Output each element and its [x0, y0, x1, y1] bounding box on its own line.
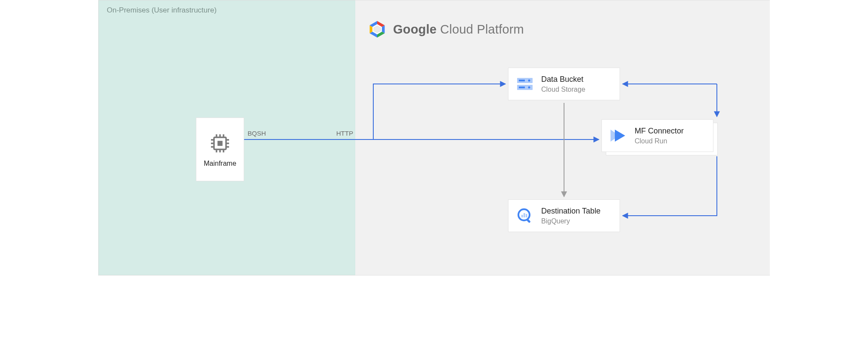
node-mf-connector: MF Connector Cloud Run	[601, 119, 713, 152]
gcp-header-bold: Google	[393, 22, 437, 36]
node-destination-table: Destination Table BigQuery	[508, 199, 620, 232]
svg-rect-3	[217, 141, 223, 146]
svg-point-19	[528, 80, 530, 82]
edge-label-bqsh: BQSH	[248, 130, 266, 137]
node-bucket-title: Data Bucket	[541, 75, 585, 84]
node-bq-sub: BigQuery	[541, 217, 601, 225]
svg-rect-25	[526, 214, 527, 217]
zone-on-premises-label: On-Premises (User infrastructure)	[107, 6, 217, 15]
cloud-run-icon	[608, 125, 629, 146]
node-data-bucket: Data Bucket Cloud Storage	[508, 68, 620, 100]
node-bq-title: Destination Table	[541, 207, 601, 216]
gcp-header: Google Cloud Platform	[367, 19, 524, 39]
gcp-header-rest: Cloud Platform	[437, 22, 524, 36]
bigquery-icon	[515, 205, 535, 226]
node-mainframe: Mainframe	[196, 118, 244, 181]
cpu-icon	[208, 131, 232, 155]
svg-rect-20	[519, 87, 525, 88]
gcp-logo-icon	[367, 19, 387, 39]
svg-rect-23	[521, 215, 523, 217]
gcp-header-title: Google Cloud Platform	[393, 22, 524, 37]
architecture-diagram: On-Premises (User infrastructure) Google…	[98, 0, 770, 276]
node-connector-sub: Cloud Run	[635, 137, 684, 145]
svg-rect-18	[519, 80, 525, 81]
svg-rect-24	[524, 213, 525, 217]
node-mainframe-title: Mainframe	[204, 160, 236, 167]
node-connector-title: MF Connector	[635, 127, 684, 136]
cloud-storage-icon	[515, 74, 535, 94]
edge-label-http: HTTP	[336, 130, 353, 137]
svg-point-21	[528, 87, 530, 89]
node-bucket-sub: Cloud Storage	[541, 86, 585, 93]
